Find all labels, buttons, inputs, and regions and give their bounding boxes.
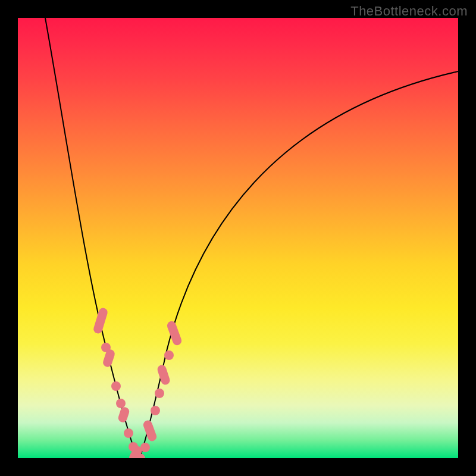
bead-pill: [117, 406, 130, 423]
bead-pill: [92, 307, 108, 334]
bead-pill: [142, 419, 158, 443]
bead: [164, 350, 174, 360]
plot-area: [18, 18, 458, 458]
chart-svg: [18, 18, 458, 458]
bead: [124, 428, 133, 438]
bead-pill: [156, 364, 171, 386]
curve-right: [140, 71, 458, 458]
watermark-text: TheBottleneck.com: [350, 4, 468, 19]
chart-frame: TheBottleneck.com: [0, 0, 476, 476]
data-beads-pills: [92, 307, 183, 458]
bead: [155, 389, 164, 398]
curve-left: [45, 18, 140, 458]
bead: [101, 343, 111, 352]
bead: [111, 381, 121, 391]
bead: [129, 442, 138, 452]
bead: [116, 399, 126, 408]
bead: [151, 406, 160, 415]
bead: [140, 443, 150, 452]
